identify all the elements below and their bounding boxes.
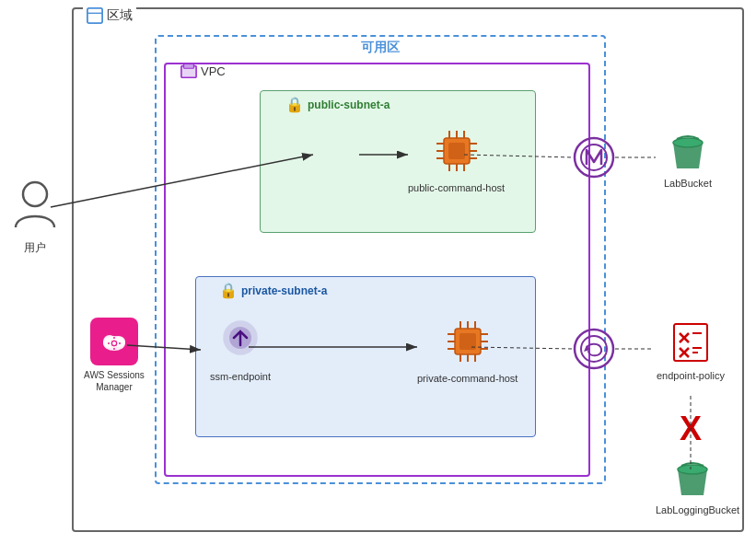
svg-point-34 (23, 182, 47, 206)
ssm-endpoint-icon (217, 318, 263, 364)
lab-bucket: LabBucket (656, 133, 720, 189)
svg-rect-51 (674, 324, 707, 361)
svg-point-39 (112, 341, 116, 345)
ec2-public-instance: public-command-host (408, 127, 505, 193)
lab-bucket-label: LabBucket (656, 178, 720, 189)
region-text: 区域 (107, 7, 133, 24)
user-icon (7, 179, 63, 237)
lab-bucket-icon (668, 133, 708, 170)
az-label: 可用区 (354, 40, 407, 54)
endpoint-connector-private (573, 328, 615, 374)
lab-logging-bucket-icon (672, 460, 713, 497)
diagram-container: 区域 可用区 VPC 🔒 public-subnet-a 🔒 private-s… (0, 0, 756, 544)
svg-rect-0 (87, 8, 102, 23)
private-subnet-label: 🔒 private-subnet-a (219, 282, 327, 299)
endpoint-policy-icon (670, 322, 711, 363)
x-mark: X (680, 410, 702, 448)
ec2-private-instance: private-command-host (417, 318, 518, 384)
sessions-manager-icon (90, 318, 138, 365)
lab-logging-bucket-label: LabLoggingBucket (656, 504, 729, 515)
user-element: 用户 (7, 179, 63, 256)
endpoint-connector-public (573, 136, 615, 182)
lab-logging-bucket: LabLoggingBucket (656, 460, 729, 515)
ec2-private-label: private-command-host (417, 373, 518, 384)
region-icon (87, 7, 103, 24)
svg-point-47 (581, 336, 607, 362)
ec2-public-label: public-command-host (408, 182, 505, 193)
svg-rect-17 (448, 143, 465, 159)
ssm-endpoint-label: ssm-endpoint (210, 371, 271, 382)
region-label: 区域 (83, 7, 136, 24)
svg-point-45 (581, 145, 607, 170)
public-subnet-label: 🔒 public-subnet-a (285, 96, 390, 113)
user-label: 用户 (7, 240, 63, 256)
endpoint-policy-label: endpoint-policy (654, 370, 727, 381)
chip-public-icon (433, 127, 481, 175)
svg-rect-31 (459, 333, 476, 350)
ssm-endpoint: ssm-endpoint (210, 318, 271, 382)
chip-private-icon (444, 318, 492, 365)
svg-marker-48 (584, 345, 590, 352)
sessions-manager-label: AWS Sessions Manager (77, 369, 151, 393)
sessions-manager: AWS Sessions Manager (77, 318, 151, 393)
endpoint-policy: endpoint-policy (654, 322, 727, 381)
